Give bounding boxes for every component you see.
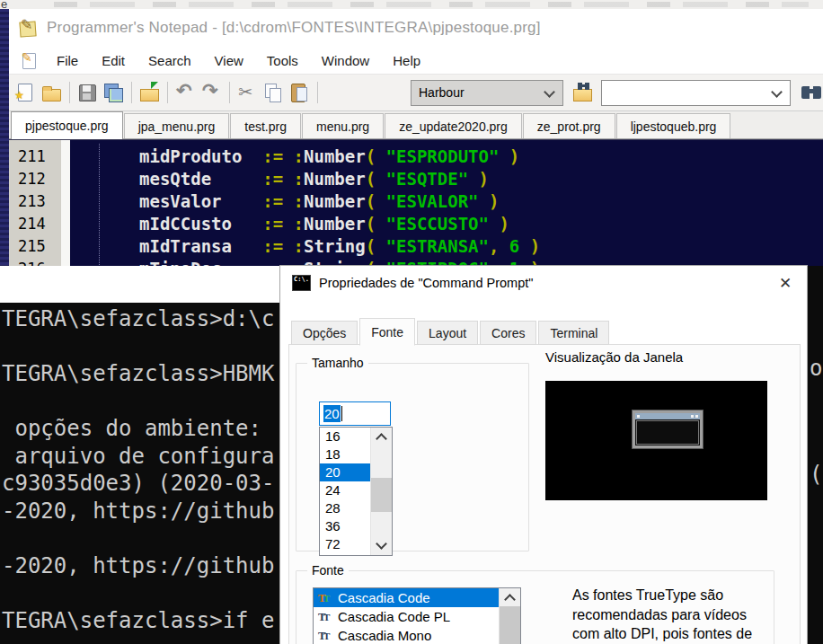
code-token-op: := : <box>262 214 304 234</box>
code-token-op: := : <box>262 236 304 256</box>
size-input[interactable]: 20 <box>319 401 391 426</box>
undo-icon[interactable] <box>173 81 198 105</box>
font-option-cascadia-mono[interactable]: TTCascadia Mono <box>314 626 520 644</box>
menu-item-view[interactable]: View <box>203 50 255 71</box>
copy-icon[interactable] <box>261 81 286 105</box>
code-token-str: "ESVALOR" <box>386 191 479 211</box>
size-groupbox: Tamanho 20 16182024283672 <box>296 363 529 551</box>
tab-jpa-menu-prg[interactable]: jpa_menu.prg <box>124 113 230 138</box>
size-option-20[interactable]: 20 <box>320 463 371 481</box>
command-prompt-properties-dialog: Propriedades de "Command Prompt" ✕ Opçõe… <box>279 265 808 644</box>
line-number: 215 <box>9 237 61 255</box>
terminal-line: -2020, https://github <box>2 498 281 525</box>
font-list-scrollbar[interactable] <box>499 588 520 644</box>
code-token-op: ( <box>366 191 386 211</box>
dialog-tab-layout[interactable]: Layout <box>417 321 478 345</box>
scroll-down-icon[interactable] <box>376 538 387 550</box>
tab-ljpestoqueb-prg[interactable]: ljpestoqueb.prg <box>616 113 731 138</box>
code-token-str: "ESCCUSTO" <box>386 214 489 234</box>
terminal-line <box>2 525 281 552</box>
tab-ze-prot-prg[interactable]: ze_prot.prg <box>523 113 615 138</box>
code-token-id: mIdCCusto <box>139 214 262 234</box>
binoculars-icon[interactable] <box>800 81 822 105</box>
code-editor[interactable]: 211midProduto := :Number( "ESPRODUTO" )2… <box>9 139 823 269</box>
cut-icon[interactable] <box>235 81 260 105</box>
code-text: midProduto := :Number( "ESPRODUTO" ) <box>139 146 519 166</box>
code-token-op: ) <box>489 214 509 234</box>
toolbar-separator <box>131 82 132 103</box>
dialog-tab-fonte[interactable]: Fonte <box>359 318 415 346</box>
toolbar-separator <box>69 82 70 103</box>
search-input[interactable] <box>601 80 791 106</box>
font-option-label: Cascadia Code <box>338 590 430 605</box>
dialog-tab-terminal[interactable]: Terminal <box>538 321 609 345</box>
close-button[interactable]: ✕ <box>764 266 807 300</box>
code-token-op: ( <box>366 236 386 256</box>
code-token-op: , <box>489 236 509 256</box>
redo-icon[interactable] <box>199 81 224 105</box>
code-token-id: Number <box>304 146 366 166</box>
scroll-up-icon[interactable] <box>376 433 387 445</box>
menu-item-help[interactable]: Help <box>381 50 432 71</box>
font-group-label: Fonte <box>307 563 349 578</box>
scrollbar-thumb[interactable] <box>500 606 520 644</box>
code-token-op: ( <box>366 146 386 166</box>
code-token-id: Number <box>304 169 366 189</box>
truetype-icon: TT <box>317 591 335 605</box>
font-groupbox: Fonte TTCascadia CodeTTCascadia Code PLT… <box>296 570 774 644</box>
code-text: mIdCCusto := :Number( "ESCCUSTO" ) <box>139 214 509 234</box>
menu-item-file[interactable]: File <box>45 50 90 71</box>
dialog-title-bar: Propriedades de "Command Prompt" <box>280 266 807 300</box>
tab-test-prg[interactable]: test.prg <box>230 113 301 138</box>
code-token-op: := : <box>262 146 304 166</box>
tab-menu-prg[interactable]: menu.prg <box>302 113 384 138</box>
command-prompt-window[interactable]: TEGRA\sefazclass>d:\c TEGRA\sefazclass>H… <box>0 266 281 644</box>
paste-icon[interactable] <box>288 81 312 105</box>
menu-item-search[interactable]: Search <box>137 50 203 71</box>
code-token-str: "ESQTDE" <box>386 169 469 189</box>
scheme-select[interactable]: Harbour <box>411 80 563 106</box>
find-in-files-folder-icon[interactable] <box>571 81 593 105</box>
code-token-op: ) <box>519 236 540 256</box>
code-token-num: 6 <box>509 236 519 256</box>
code-token-id: mesQtde <box>139 169 262 189</box>
menu-item-edit[interactable]: Edit <box>90 50 137 71</box>
menu-item-window[interactable]: Window <box>310 50 381 71</box>
window-preview-box <box>545 381 767 500</box>
open-file-icon[interactable] <box>40 81 64 105</box>
code-token-id: Number <box>304 191 366 211</box>
scheme-select-value: Harbour <box>412 85 465 100</box>
line-number: 211 <box>9 147 61 165</box>
preview-window-titlebar <box>635 413 700 419</box>
terminal-line: TEGRA\sefazclass>if e <box>2 607 281 635</box>
code-token-op: ( <box>366 214 386 234</box>
tab-ze-update2020-prg[interactable]: ze_update2020.prg <box>385 113 522 138</box>
terminal-text-fragment: o: <box>810 356 823 381</box>
save-all-icon[interactable] <box>102 81 126 105</box>
scroll-up-icon[interactable] <box>504 594 516 605</box>
code-token-id: mIdTransa <box>139 236 262 256</box>
chevron-down-icon <box>771 86 783 98</box>
font-option-cascadia-code[interactable]: TTCascadia Code <box>314 588 520 607</box>
terminal-line: TEGRA\sefazclass>HBMK <box>2 360 281 388</box>
dialog-tab-cores[interactable]: Cores <box>480 321 536 345</box>
tab-pjpestoque-prg[interactable]: pjpestoque.prg <box>11 111 123 139</box>
menu-item-tools[interactable]: Tools <box>255 50 310 71</box>
dialog-tab-op-es[interactable]: Opções <box>291 321 358 345</box>
save-icon[interactable] <box>75 81 100 105</box>
code-token-op: := : <box>262 169 304 189</box>
cmd-icon <box>292 275 311 291</box>
terminal-line: TEGRA\sefazclass>d:\c <box>2 305 281 333</box>
font-option-cascadia-code-pl[interactable]: TTCascadia Code PL <box>314 607 520 626</box>
terminal-output: TEGRA\sefazclass>d:\c TEGRA\sefazclass>H… <box>0 303 281 644</box>
new-document-icon[interactable] <box>13 81 38 105</box>
code-token-op: ) <box>468 169 489 189</box>
notepad-window-title: Programmer's Notepad - [d:\cdrom\FONTES\… <box>47 19 541 37</box>
size-list-scrollbar[interactable] <box>370 428 392 555</box>
open-project-icon[interactable] <box>137 81 162 105</box>
toolbar-separator <box>229 82 230 103</box>
scrollbar-thumb[interactable] <box>371 478 392 512</box>
code-token-id: String <box>304 236 366 256</box>
code-line: 212mesQtde := :Number( "ESQTDE" ) <box>9 167 823 190</box>
code-token-id: Number <box>304 214 366 234</box>
